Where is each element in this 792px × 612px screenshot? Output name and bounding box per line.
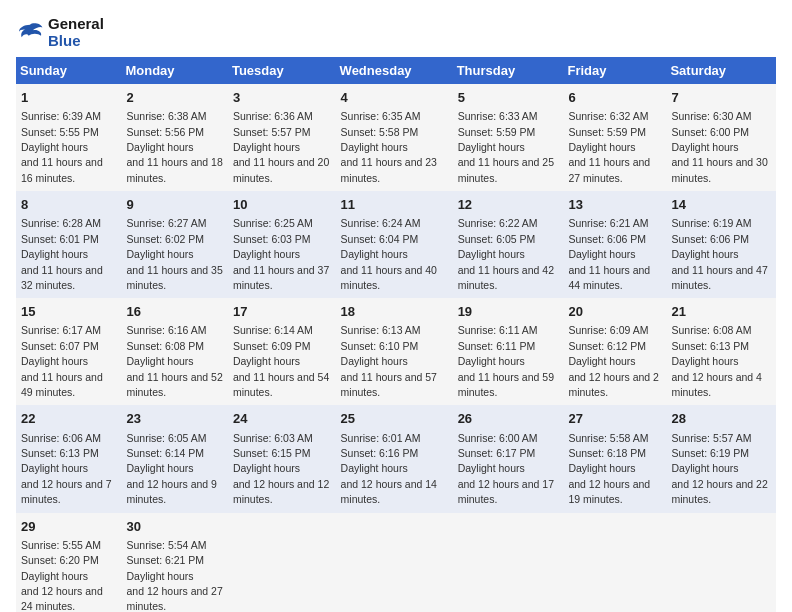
day-cell-16: 16Sunrise: 6:16 AMSunset: 6:08 PMDayligh…	[121, 298, 227, 405]
day-number: 30	[126, 518, 222, 536]
logo: General Blue	[16, 16, 104, 49]
day-cell-13: 13Sunrise: 6:21 AMSunset: 6:06 PMDayligh…	[563, 191, 666, 298]
day-header-thursday: Thursday	[453, 57, 564, 84]
day-number: 7	[671, 89, 771, 107]
calendar-week-row: 15Sunrise: 6:17 AMSunset: 6:07 PMDayligh…	[16, 298, 776, 405]
day-number: 5	[458, 89, 559, 107]
day-number: 24	[233, 410, 331, 428]
day-header-friday: Friday	[563, 57, 666, 84]
day-detail-text: Sunrise: 6:11 AMSunset: 6:11 PMDaylight …	[458, 324, 554, 398]
calendar-week-row: 22Sunrise: 6:06 AMSunset: 6:13 PMDayligh…	[16, 405, 776, 512]
day-number: 26	[458, 410, 559, 428]
empty-cell	[453, 513, 564, 612]
day-number: 27	[568, 410, 661, 428]
day-cell-27: 27Sunrise: 5:58 AMSunset: 6:18 PMDayligh…	[563, 405, 666, 512]
day-cell-17: 17Sunrise: 6:14 AMSunset: 6:09 PMDayligh…	[228, 298, 336, 405]
day-detail-text: Sunrise: 6:01 AMSunset: 6:16 PMDaylight …	[341, 432, 437, 506]
day-detail-text: Sunrise: 6:08 AMSunset: 6:13 PMDaylight …	[671, 324, 762, 398]
day-detail-text: Sunrise: 6:17 AMSunset: 6:07 PMDaylight …	[21, 324, 103, 398]
day-detail-text: Sunrise: 6:38 AMSunset: 5:56 PMDaylight …	[126, 110, 222, 184]
day-cell-22: 22Sunrise: 6:06 AMSunset: 6:13 PMDayligh…	[16, 405, 121, 512]
day-detail-text: Sunrise: 6:33 AMSunset: 5:59 PMDaylight …	[458, 110, 554, 184]
day-detail-text: Sunrise: 5:57 AMSunset: 6:19 PMDaylight …	[671, 432, 767, 506]
day-number: 4	[341, 89, 448, 107]
day-number: 16	[126, 303, 222, 321]
day-detail-text: Sunrise: 6:39 AMSunset: 5:55 PMDaylight …	[21, 110, 103, 184]
day-number: 11	[341, 196, 448, 214]
day-number: 29	[21, 518, 116, 536]
day-detail-text: Sunrise: 6:21 AMSunset: 6:06 PMDaylight …	[568, 217, 650, 291]
logo-icon	[16, 22, 44, 44]
day-detail-text: Sunrise: 6:06 AMSunset: 6:13 PMDaylight …	[21, 432, 112, 506]
day-number: 19	[458, 303, 559, 321]
empty-cell	[228, 513, 336, 612]
day-cell-23: 23Sunrise: 6:05 AMSunset: 6:14 PMDayligh…	[121, 405, 227, 512]
day-cell-12: 12Sunrise: 6:22 AMSunset: 6:05 PMDayligh…	[453, 191, 564, 298]
day-cell-2: 2Sunrise: 6:38 AMSunset: 5:56 PMDaylight…	[121, 84, 227, 191]
day-cell-9: 9Sunrise: 6:27 AMSunset: 6:02 PMDaylight…	[121, 191, 227, 298]
day-detail-text: Sunrise: 5:55 AMSunset: 6:20 PMDaylight …	[21, 539, 103, 612]
calendar-week-row: 1Sunrise: 6:39 AMSunset: 5:55 PMDaylight…	[16, 84, 776, 191]
day-cell-18: 18Sunrise: 6:13 AMSunset: 6:10 PMDayligh…	[336, 298, 453, 405]
logo-text: General Blue	[48, 16, 104, 49]
day-cell-1: 1Sunrise: 6:39 AMSunset: 5:55 PMDaylight…	[16, 84, 121, 191]
day-number: 18	[341, 303, 448, 321]
day-cell-19: 19Sunrise: 6:11 AMSunset: 6:11 PMDayligh…	[453, 298, 564, 405]
day-header-tuesday: Tuesday	[228, 57, 336, 84]
day-number: 23	[126, 410, 222, 428]
day-number: 1	[21, 89, 116, 107]
day-detail-text: Sunrise: 6:16 AMSunset: 6:08 PMDaylight …	[126, 324, 222, 398]
day-detail-text: Sunrise: 6:09 AMSunset: 6:12 PMDaylight …	[568, 324, 659, 398]
calendar-week-row: 29Sunrise: 5:55 AMSunset: 6:20 PMDayligh…	[16, 513, 776, 612]
day-detail-text: Sunrise: 5:54 AMSunset: 6:21 PMDaylight …	[126, 539, 222, 612]
day-number: 20	[568, 303, 661, 321]
day-number: 8	[21, 196, 116, 214]
day-detail-text: Sunrise: 6:28 AMSunset: 6:01 PMDaylight …	[21, 217, 103, 291]
day-cell-11: 11Sunrise: 6:24 AMSunset: 6:04 PMDayligh…	[336, 191, 453, 298]
day-detail-text: Sunrise: 6:14 AMSunset: 6:09 PMDaylight …	[233, 324, 329, 398]
day-number: 2	[126, 89, 222, 107]
day-cell-30: 30Sunrise: 5:54 AMSunset: 6:21 PMDayligh…	[121, 513, 227, 612]
day-cell-26: 26Sunrise: 6:00 AMSunset: 6:17 PMDayligh…	[453, 405, 564, 512]
empty-cell	[336, 513, 453, 612]
day-detail-text: Sunrise: 6:00 AMSunset: 6:17 PMDaylight …	[458, 432, 554, 506]
day-header-saturday: Saturday	[666, 57, 776, 84]
day-detail-text: Sunrise: 6:22 AMSunset: 6:05 PMDaylight …	[458, 217, 554, 291]
day-detail-text: Sunrise: 6:24 AMSunset: 6:04 PMDaylight …	[341, 217, 437, 291]
day-cell-21: 21Sunrise: 6:08 AMSunset: 6:13 PMDayligh…	[666, 298, 776, 405]
day-detail-text: Sunrise: 6:30 AMSunset: 6:00 PMDaylight …	[671, 110, 767, 184]
header: General Blue	[16, 16, 776, 49]
day-number: 22	[21, 410, 116, 428]
day-cell-25: 25Sunrise: 6:01 AMSunset: 6:16 PMDayligh…	[336, 405, 453, 512]
day-cell-14: 14Sunrise: 6:19 AMSunset: 6:06 PMDayligh…	[666, 191, 776, 298]
day-detail-text: Sunrise: 6:19 AMSunset: 6:06 PMDaylight …	[671, 217, 767, 291]
day-cell-8: 8Sunrise: 6:28 AMSunset: 6:01 PMDaylight…	[16, 191, 121, 298]
day-number: 28	[671, 410, 771, 428]
day-number: 12	[458, 196, 559, 214]
day-number: 9	[126, 196, 222, 214]
day-detail-text: Sunrise: 5:58 AMSunset: 6:18 PMDaylight …	[568, 432, 650, 506]
day-cell-6: 6Sunrise: 6:32 AMSunset: 5:59 PMDaylight…	[563, 84, 666, 191]
day-detail-text: Sunrise: 6:35 AMSunset: 5:58 PMDaylight …	[341, 110, 437, 184]
day-number: 21	[671, 303, 771, 321]
day-number: 14	[671, 196, 771, 214]
calendar-header-row: SundayMondayTuesdayWednesdayThursdayFrid…	[16, 57, 776, 84]
day-detail-text: Sunrise: 6:25 AMSunset: 6:03 PMDaylight …	[233, 217, 329, 291]
day-cell-24: 24Sunrise: 6:03 AMSunset: 6:15 PMDayligh…	[228, 405, 336, 512]
day-number: 15	[21, 303, 116, 321]
day-number: 13	[568, 196, 661, 214]
day-number: 10	[233, 196, 331, 214]
empty-cell	[563, 513, 666, 612]
day-number: 6	[568, 89, 661, 107]
day-cell-29: 29Sunrise: 5:55 AMSunset: 6:20 PMDayligh…	[16, 513, 121, 612]
day-number: 25	[341, 410, 448, 428]
day-header-monday: Monday	[121, 57, 227, 84]
day-header-sunday: Sunday	[16, 57, 121, 84]
day-detail-text: Sunrise: 6:03 AMSunset: 6:15 PMDaylight …	[233, 432, 329, 506]
day-cell-7: 7Sunrise: 6:30 AMSunset: 6:00 PMDaylight…	[666, 84, 776, 191]
day-cell-15: 15Sunrise: 6:17 AMSunset: 6:07 PMDayligh…	[16, 298, 121, 405]
day-header-wednesday: Wednesday	[336, 57, 453, 84]
day-detail-text: Sunrise: 6:36 AMSunset: 5:57 PMDaylight …	[233, 110, 329, 184]
day-cell-20: 20Sunrise: 6:09 AMSunset: 6:12 PMDayligh…	[563, 298, 666, 405]
day-cell-4: 4Sunrise: 6:35 AMSunset: 5:58 PMDaylight…	[336, 84, 453, 191]
